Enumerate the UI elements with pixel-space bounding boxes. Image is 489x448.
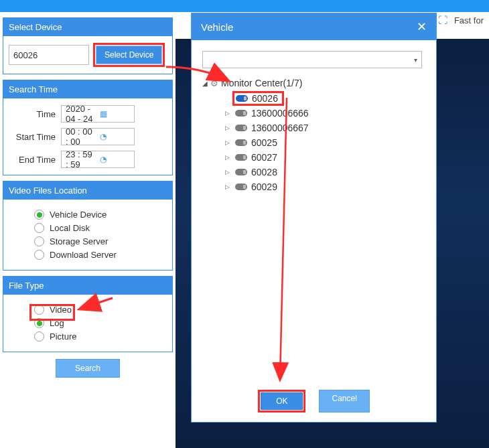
close-icon[interactable]: ✕ (417, 19, 427, 34)
device-icon (235, 139, 247, 146)
end-time-label: End Time (9, 155, 61, 165)
panel-file-type: File Type VideoLogPicture (3, 276, 173, 352)
select-device-button[interactable]: Select Device (96, 46, 162, 64)
radio-label: Picture (50, 331, 76, 342)
device-icon (235, 110, 247, 117)
annotation-highlight-tree-item: 60026 (232, 91, 284, 106)
radio-icon (34, 331, 44, 342)
tree-expand-icon[interactable]: ▷ (225, 110, 231, 117)
radio-label: Log (50, 318, 64, 328)
panel-video-location: Video Files Location Vehicle DeviceLocal… (3, 181, 173, 271)
tree-item-label: 60028 (251, 167, 277, 177)
tree-item[interactable]: ▷60028 (225, 165, 425, 179)
device-icon (235, 169, 247, 175)
tree-root[interactable]: ◢ ⚙ Monitor Center(1/7) (202, 78, 425, 88)
dialog-search-input[interactable]: ▾ (202, 51, 422, 68)
tree-item[interactable]: ▷60025 (225, 135, 425, 150)
tree-item[interactable]: ▷60027 (225, 150, 425, 165)
start-time-label: Start Time (9, 132, 61, 142)
radio-icon (34, 210, 44, 220)
radio-label: Storage Server (50, 236, 108, 246)
tree-collapse-icon[interactable]: ◢ (202, 80, 208, 87)
dialog-title: Vehicle (201, 21, 233, 33)
annotation-highlight-ok: OK (258, 390, 305, 413)
tree-root-label: Monitor Center(1/7) (221, 78, 302, 88)
radio-file-type[interactable]: Video (34, 305, 167, 315)
device-icon (235, 154, 247, 161)
radio-video-location[interactable]: Download Server (34, 250, 167, 260)
clock-icon[interactable]: ◔ (100, 155, 130, 164)
toolbar-right: ⛶ Fast for (438, 15, 484, 25)
radio-label: Video (50, 305, 72, 315)
tree-item-label: 13600006666 (251, 108, 309, 119)
calendar-icon[interactable]: ▦ (100, 109, 130, 119)
window-topbar (0, 0, 489, 12)
time-label: Time (9, 109, 61, 119)
radio-video-location[interactable]: Local Disk (34, 223, 167, 233)
tree-expand-icon[interactable]: ▷ (225, 154, 231, 161)
fast-forward-label[interactable]: Fast for (454, 15, 484, 25)
tree-item[interactable]: ▷13600006666 (225, 106, 425, 121)
tree-item-label: 60026 (252, 93, 278, 104)
radio-video-location[interactable]: Storage Server (34, 236, 167, 246)
tree-expand-icon[interactable]: ▷ (225, 183, 231, 190)
radio-video-location[interactable]: Vehicle Device (34, 210, 167, 220)
panel-file-type-title: File Type (3, 277, 172, 295)
tree-item[interactable]: ▷60029 (225, 179, 425, 194)
radio-icon (34, 236, 44, 246)
expand-icon[interactable]: ⛶ (438, 15, 447, 25)
device-icon (235, 125, 247, 131)
radio-label: Download Server (50, 250, 117, 260)
device-icon (235, 183, 247, 190)
vehicle-dialog: Vehicle ✕ ▾ ◢ ⚙ Monitor Center(1/7) 6002… (191, 13, 437, 423)
radio-icon (34, 305, 44, 315)
device-id-input[interactable]: 60026 (9, 45, 89, 65)
panel-video-location-title: Video Files Location (3, 181, 172, 200)
tree-item[interactable]: 60026 (225, 91, 425, 106)
tree-item-label: 60025 (251, 137, 277, 148)
panel-search-time: Search Time Time 2020 - 04 - 24 ▦ Start … (3, 80, 173, 175)
date-input[interactable]: 2020 - 04 - 24 ▦ (61, 105, 135, 123)
search-button[interactable]: Search (56, 359, 120, 378)
device-icon (236, 95, 248, 102)
cancel-button[interactable]: Cancel (319, 390, 369, 413)
radio-icon (34, 318, 44, 328)
radio-file-type[interactable]: Log (34, 318, 167, 328)
tree-expand-icon[interactable]: ▷ (225, 169, 231, 175)
radio-icon (34, 250, 44, 260)
tree-item-label: 13600006667 (251, 123, 309, 133)
ok-button[interactable]: OK (261, 392, 303, 410)
radio-label: Local Disk (50, 223, 90, 233)
tree-item-label: 60029 (251, 181, 277, 192)
start-time-input[interactable]: 00 : 00 : 00 ◔ (61, 128, 135, 145)
radio-icon (34, 223, 44, 233)
panel-select-device-title: Select Device (3, 18, 172, 36)
gear-icon: ⚙ (210, 78, 218, 88)
panel-select-device: Select Device 60026 Select Device (3, 17, 173, 74)
tree-item[interactable]: ▷13600006667 (225, 121, 425, 135)
end-time-input[interactable]: 23 : 59 : 59 ◔ (61, 151, 135, 168)
chevron-down-icon[interactable]: ▾ (414, 56, 417, 64)
annotation-highlight-select-device: Select Device (93, 43, 165, 67)
radio-file-type[interactable]: Picture (34, 331, 167, 342)
radio-label: Vehicle Device (50, 210, 107, 220)
clock-icon[interactable]: ◔ (100, 132, 130, 141)
tree-item-label: 60027 (251, 152, 277, 163)
tree-expand-icon[interactable]: ▷ (225, 125, 231, 131)
tree-expand-icon[interactable]: ▷ (225, 139, 231, 146)
panel-search-time-title: Search Time (3, 80, 172, 98)
